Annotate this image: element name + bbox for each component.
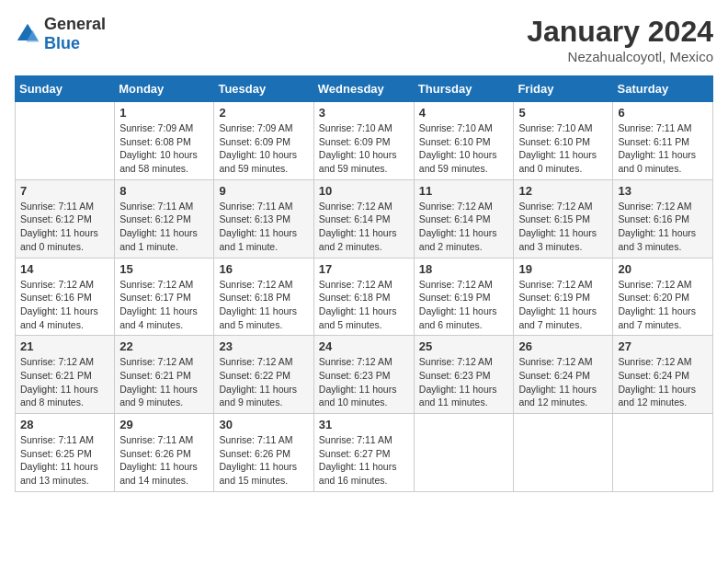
cell-sun-info: Sunrise: 7:12 AM Sunset: 6:21 PM Dayligh… bbox=[20, 355, 109, 409]
calendar-cell: 4Sunrise: 7:10 AM Sunset: 6:10 PM Daylig… bbox=[414, 102, 514, 180]
calendar-cell: 15Sunrise: 7:12 AM Sunset: 6:17 PM Dayli… bbox=[115, 258, 214, 336]
calendar-cell: 21Sunrise: 7:12 AM Sunset: 6:21 PM Dayli… bbox=[16, 336, 115, 414]
day-number: 31 bbox=[319, 418, 409, 431]
week-row-5: 28Sunrise: 7:11 AM Sunset: 6:25 PM Dayli… bbox=[16, 414, 713, 492]
month-year-title: January 2024 bbox=[527, 15, 713, 49]
cell-sun-info: Sunrise: 7:10 AM Sunset: 6:09 PM Dayligh… bbox=[319, 121, 409, 176]
day-number: 29 bbox=[119, 418, 209, 431]
cell-sun-info: Sunrise: 7:12 AM Sunset: 6:15 PM Dayligh… bbox=[518, 200, 608, 254]
day-number: 1 bbox=[119, 106, 209, 120]
calendar-cell bbox=[514, 414, 613, 492]
cell-sun-info: Sunrise: 7:12 AM Sunset: 6:23 PM Dayligh… bbox=[319, 355, 409, 409]
calendar-cell: 17Sunrise: 7:12 AM Sunset: 6:18 PM Dayli… bbox=[313, 258, 414, 336]
calendar-cell: 16Sunrise: 7:12 AM Sunset: 6:18 PM Dayli… bbox=[214, 258, 313, 336]
location-subtitle: Nezahualcoyotl, Mexico bbox=[527, 49, 713, 64]
calendar-cell: 23Sunrise: 7:12 AM Sunset: 6:22 PM Dayli… bbox=[214, 336, 313, 414]
logo-text: General Blue bbox=[44, 15, 106, 53]
cell-sun-info: Sunrise: 7:10 AM Sunset: 6:10 PM Dayligh… bbox=[518, 121, 608, 176]
cell-sun-info: Sunrise: 7:12 AM Sunset: 6:19 PM Dayligh… bbox=[419, 278, 509, 332]
cell-sun-info: Sunrise: 7:12 AM Sunset: 6:16 PM Dayligh… bbox=[20, 278, 109, 332]
calendar-cell: 26Sunrise: 7:12 AM Sunset: 6:24 PM Dayli… bbox=[514, 336, 613, 414]
week-row-3: 14Sunrise: 7:12 AM Sunset: 6:16 PM Dayli… bbox=[16, 258, 713, 336]
day-number: 6 bbox=[618, 106, 708, 120]
title-block: January 2024 Nezahualcoyotl, Mexico bbox=[527, 15, 713, 64]
day-number: 10 bbox=[319, 184, 409, 198]
day-number: 12 bbox=[518, 184, 608, 198]
calendar-cell: 11Sunrise: 7:12 AM Sunset: 6:14 PM Dayli… bbox=[414, 179, 514, 258]
day-number: 18 bbox=[419, 262, 509, 276]
header-monday: Monday bbox=[115, 76, 214, 102]
calendar-cell: 14Sunrise: 7:12 AM Sunset: 6:16 PM Dayli… bbox=[16, 258, 115, 336]
logo: General Blue bbox=[15, 15, 106, 53]
calendar-header-row: Sunday Monday Tuesday Wednesday Thursday… bbox=[16, 76, 713, 102]
day-number: 19 bbox=[518, 262, 608, 276]
calendar-cell: 13Sunrise: 7:12 AM Sunset: 6:16 PM Dayli… bbox=[613, 179, 713, 258]
day-number: 25 bbox=[419, 339, 509, 353]
day-number: 23 bbox=[219, 339, 308, 353]
cell-sun-info: Sunrise: 7:11 AM Sunset: 6:27 PM Dayligh… bbox=[319, 433, 409, 488]
calendar-cell bbox=[414, 414, 514, 492]
cell-sun-info: Sunrise: 7:11 AM Sunset: 6:13 PM Dayligh… bbox=[219, 200, 308, 254]
calendar-cell: 28Sunrise: 7:11 AM Sunset: 6:25 PM Dayli… bbox=[16, 414, 115, 492]
calendar-cell: 25Sunrise: 7:12 AM Sunset: 6:23 PM Dayli… bbox=[414, 336, 514, 414]
calendar-cell: 1Sunrise: 7:09 AM Sunset: 6:08 PM Daylig… bbox=[115, 102, 214, 180]
calendar-cell: 19Sunrise: 7:12 AM Sunset: 6:19 PM Dayli… bbox=[514, 258, 613, 336]
header-tuesday: Tuesday bbox=[214, 76, 313, 102]
cell-sun-info: Sunrise: 7:11 AM Sunset: 6:26 PM Dayligh… bbox=[119, 433, 209, 488]
day-number: 15 bbox=[119, 262, 209, 276]
header-friday: Friday bbox=[514, 76, 613, 102]
day-number: 8 bbox=[119, 184, 209, 198]
cell-sun-info: Sunrise: 7:12 AM Sunset: 6:21 PM Dayligh… bbox=[119, 355, 209, 409]
page-header: General Blue January 2024 Nezahualcoyotl… bbox=[15, 15, 713, 64]
cell-sun-info: Sunrise: 7:11 AM Sunset: 6:12 PM Dayligh… bbox=[20, 200, 109, 254]
calendar-cell: 18Sunrise: 7:12 AM Sunset: 6:19 PM Dayli… bbox=[414, 258, 514, 336]
calendar-cell: 3Sunrise: 7:10 AM Sunset: 6:09 PM Daylig… bbox=[313, 102, 414, 180]
cell-sun-info: Sunrise: 7:12 AM Sunset: 6:22 PM Dayligh… bbox=[219, 355, 308, 409]
day-number: 28 bbox=[20, 418, 109, 431]
day-number: 22 bbox=[119, 339, 209, 353]
day-number: 9 bbox=[219, 184, 308, 198]
week-row-4: 21Sunrise: 7:12 AM Sunset: 6:21 PM Dayli… bbox=[16, 336, 713, 414]
cell-sun-info: Sunrise: 7:12 AM Sunset: 6:18 PM Dayligh… bbox=[319, 278, 409, 332]
calendar-cell: 20Sunrise: 7:12 AM Sunset: 6:20 PM Dayli… bbox=[613, 258, 713, 336]
day-number: 7 bbox=[20, 184, 109, 198]
day-number: 24 bbox=[319, 339, 409, 353]
cell-sun-info: Sunrise: 7:12 AM Sunset: 6:20 PM Dayligh… bbox=[618, 278, 708, 332]
logo-icon bbox=[15, 21, 40, 47]
cell-sun-info: Sunrise: 7:12 AM Sunset: 6:17 PM Dayligh… bbox=[119, 278, 209, 332]
day-number: 30 bbox=[219, 418, 308, 431]
header-saturday: Saturday bbox=[613, 76, 713, 102]
cell-sun-info: Sunrise: 7:12 AM Sunset: 6:16 PM Dayligh… bbox=[618, 200, 708, 254]
cell-sun-info: Sunrise: 7:12 AM Sunset: 6:24 PM Dayligh… bbox=[618, 355, 708, 409]
calendar-cell: 12Sunrise: 7:12 AM Sunset: 6:15 PM Dayli… bbox=[514, 179, 613, 258]
calendar-cell: 31Sunrise: 7:11 AM Sunset: 6:27 PM Dayli… bbox=[313, 414, 414, 492]
day-number: 20 bbox=[618, 262, 708, 276]
cell-sun-info: Sunrise: 7:12 AM Sunset: 6:19 PM Dayligh… bbox=[518, 278, 608, 332]
day-number: 14 bbox=[20, 262, 109, 276]
calendar-cell: 6Sunrise: 7:11 AM Sunset: 6:11 PM Daylig… bbox=[613, 102, 713, 180]
day-number: 17 bbox=[319, 262, 409, 276]
day-number: 21 bbox=[20, 339, 109, 353]
day-number: 4 bbox=[419, 106, 509, 120]
day-number: 16 bbox=[219, 262, 308, 276]
day-number: 3 bbox=[319, 106, 409, 120]
calendar-cell: 22Sunrise: 7:12 AM Sunset: 6:21 PM Dayli… bbox=[115, 336, 214, 414]
calendar-cell: 27Sunrise: 7:12 AM Sunset: 6:24 PM Dayli… bbox=[613, 336, 713, 414]
calendar-cell: 9Sunrise: 7:11 AM Sunset: 6:13 PM Daylig… bbox=[214, 179, 313, 258]
day-number: 27 bbox=[618, 339, 708, 353]
calendar-cell bbox=[613, 414, 713, 492]
cell-sun-info: Sunrise: 7:10 AM Sunset: 6:10 PM Dayligh… bbox=[419, 121, 509, 176]
calendar-cell: 5Sunrise: 7:10 AM Sunset: 6:10 PM Daylig… bbox=[514, 102, 613, 180]
day-number: 13 bbox=[618, 184, 708, 198]
logo-blue: Blue bbox=[44, 34, 80, 52]
header-sunday: Sunday bbox=[16, 76, 115, 102]
header-thursday: Thursday bbox=[414, 76, 514, 102]
calendar-cell bbox=[16, 102, 115, 180]
cell-sun-info: Sunrise: 7:12 AM Sunset: 6:14 PM Dayligh… bbox=[419, 200, 509, 254]
cell-sun-info: Sunrise: 7:11 AM Sunset: 6:11 PM Dayligh… bbox=[618, 121, 708, 176]
cell-sun-info: Sunrise: 7:12 AM Sunset: 6:18 PM Dayligh… bbox=[219, 278, 308, 332]
header-wednesday: Wednesday bbox=[313, 76, 414, 102]
cell-sun-info: Sunrise: 7:11 AM Sunset: 6:26 PM Dayligh… bbox=[219, 433, 308, 488]
calendar-cell: 24Sunrise: 7:12 AM Sunset: 6:23 PM Dayli… bbox=[313, 336, 414, 414]
cell-sun-info: Sunrise: 7:09 AM Sunset: 6:09 PM Dayligh… bbox=[219, 121, 308, 176]
